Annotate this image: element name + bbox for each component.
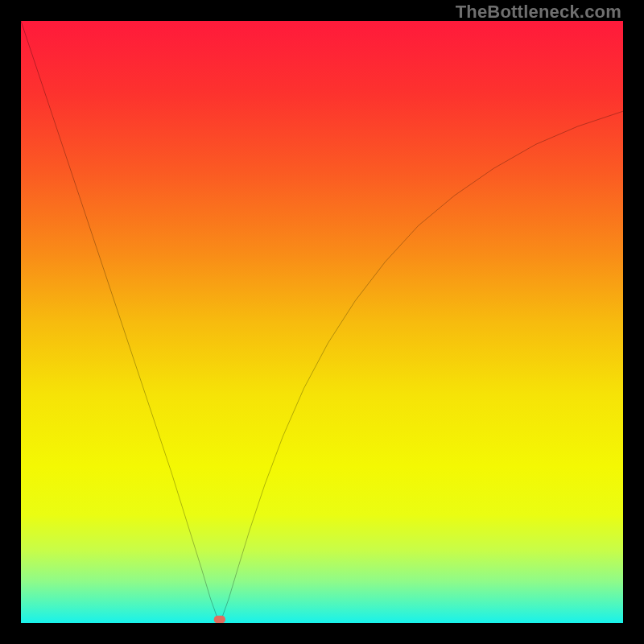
chart-background <box>21 21 623 623</box>
bottleneck-chart <box>21 21 623 623</box>
chart-frame: TheBottleneck.com <box>0 0 644 644</box>
watermark-text: TheBottleneck.com <box>456 2 621 23</box>
plot-area <box>21 21 623 623</box>
minimum-marker <box>214 616 225 623</box>
